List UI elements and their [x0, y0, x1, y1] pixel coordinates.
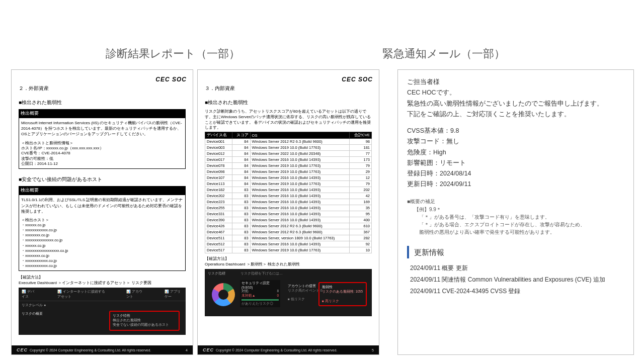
- host-line: ・xxxxxxxxxxxx.co.jp: [21, 263, 183, 268]
- table-row: Device20283Windows Server 2016 10.0 (Bui…: [205, 193, 372, 199]
- dash-tab[interactable]: 📊 インターネットに接続するアセット: [57, 289, 106, 299]
- brand-logo: CEC SOC: [342, 76, 373, 83]
- mail-upd: 更新日時：2024/09/11: [407, 179, 624, 190]
- table-row: Device11384Windows Server 2019 10.0 (Bui…: [205, 181, 372, 187]
- donut-chart: [212, 283, 235, 306]
- d2-r1b: 未対処▲: [242, 294, 255, 298]
- mail-greet1: ご担当者様: [407, 77, 624, 87]
- table-row: Device10784Windows Server 2016 10.0 (Bui…: [205, 175, 372, 181]
- meta-line: 公開日：2014-11-12: [21, 161, 183, 166]
- confirm-path: Operations Dashboard ＞脆弱性＞ 検出された脆弱性: [205, 262, 372, 267]
- table-row: Device39083Windows Server 2016 10.0 (Bui…: [205, 217, 372, 223]
- table-row: Device42683Windows Server 2012 R2 6.3 (B…: [205, 223, 372, 229]
- col-header: OS: [250, 132, 349, 139]
- footer-logo: CEC: [17, 347, 28, 352]
- meta-line: 攻撃の可能性：低: [21, 156, 183, 161]
- page-number: 5: [372, 348, 374, 352]
- risk-line: リスク特性: [113, 313, 176, 318]
- subheading-detected-vuln: ■検出された脆弱性: [19, 99, 186, 106]
- table-row: Device33183Windows Server 2016 10.0 (Bui…: [205, 211, 372, 217]
- box1: Microsoft Internet Information Services …: [19, 118, 186, 169]
- col-header: デバイス名: [205, 132, 232, 139]
- mail-supp1: 「＊」がある番号は、「攻撃コード有り」を意味します。: [414, 213, 624, 221]
- table-row: Device00184Windows Server 2012 R2 6.3 (B…: [205, 139, 372, 145]
- footer-copy: Copyright © 2024 Computer Engineering & …: [216, 348, 337, 352]
- table-row: Device18283Windows Server 2016 10.0 (Bui…: [205, 187, 372, 193]
- d2-gate: がありえたリスク◎: [242, 302, 279, 306]
- mail-cvss: CVSS基本値：9.8: [407, 126, 624, 136]
- mail-line1: 緊急性の高い脆弱性情報がございましたのでご報告申し上げます。: [407, 99, 624, 109]
- d2-vuln: 脆弱性: [322, 285, 363, 290]
- alert-mail: ご担当者様 CEC HOCです。 緊急性の高い脆弱性情報がございましたのでご報告…: [397, 69, 634, 355]
- report-page-1: CEC SOC ２．外部資産 ■検出された脆弱性 検出概要 Microsoft …: [11, 69, 193, 355]
- table-row: Device09884Windows Server 2019 10.0 (Bui…: [205, 169, 372, 175]
- meta-line: ホスト名/IP：xxxxxx.co.jp（xxx.xxx.xxx.xxx）: [21, 146, 183, 151]
- risk-line: 検出された脆弱性: [113, 318, 176, 322]
- mail-line2: 下記をご確認の上、ご対応頂くことを推奨いたします。: [407, 109, 624, 120]
- table-row: Device51183Windows Server, version 1809 …: [205, 235, 372, 241]
- subheading-detected-vuln: ■検出された脆弱性: [205, 99, 372, 106]
- d2-vuln2: リスクのある脆弱性: 1055: [322, 290, 363, 294]
- update-line: 2024/09/11 関連情報 Common Vulnerabilities a…: [410, 274, 624, 286]
- host-line: ・xxxxxxxxxxxxxxxxxx.co.jp: [21, 248, 183, 253]
- table-row: Device25583Windows Server 2016 10.0 (Bui…: [205, 205, 372, 211]
- mail-greet2: CEC HOCです。: [407, 87, 624, 98]
- host-line: ・xxxxxxxxxxxxxxx.co.jp: [21, 238, 183, 243]
- d2-hw: ■ 高リスク: [322, 299, 363, 304]
- confirm-label: 【確認方法】: [205, 256, 372, 261]
- dash-tab[interactable]: 📊 アカウント: [126, 289, 144, 299]
- heading-right: 緊急通知メール（一部）: [382, 46, 505, 61]
- dash-tab[interactable]: 📊 アプリケー: [165, 289, 183, 299]
- box1-header: 検出概要: [19, 109, 186, 118]
- box2-header: 検出概要: [19, 186, 186, 195]
- section-title: ２．外部資産: [19, 85, 186, 92]
- confirm-path: Executive Dashboard ＞インターネットに接続するアセット＞ リ…: [19, 281, 186, 286]
- page-footer: CEC Copyright © 2024 Computer Engineerin…: [198, 345, 379, 354]
- mail-reg: 登録日時：2024/08/14: [407, 168, 624, 179]
- page-footer: CEC Copyright © 2024 Computer Engineerin…: [12, 345, 193, 354]
- mail-supp2: 「＊」がある場合、エクスプロイトコードが存在し、攻撃が容易なため、: [414, 221, 624, 228]
- host-line: ・xxxxxxxx.co.jp: [21, 233, 183, 238]
- update-line: 2024/09/11 CVE-2024-43495 CVSS 登録: [410, 286, 624, 297]
- table-row: Device46783Windows Server 2012 R2 6.3 (B…: [205, 229, 372, 235]
- report-page-2: CEC SOC ３．内部資産 ■検出された脆弱性 リスク診断対象のうち、アセット…: [197, 69, 379, 355]
- table-row: Device51283Windows Server 2016 10.0 (Bui…: [205, 241, 372, 247]
- page-number: 4: [186, 348, 188, 352]
- device-table: デバイス名スコアOS合計CVE Device00184Windows Serve…: [205, 132, 372, 253]
- table-row: Device51783Windows Server 2019 10.0 (Bui…: [205, 247, 372, 253]
- meta-line: CVE番号：CVE-2014-4078: [21, 151, 183, 156]
- table-row: Device00384Windows Server 2019 10.0 (Bui…: [205, 145, 372, 151]
- box1-body: Microsoft Internet Information Services …: [21, 120, 183, 137]
- table-row: Device22383Windows Server 2016 10.0 (Bui…: [205, 199, 372, 205]
- d2-sec: セキュリティ設定 (9.8/10): [242, 281, 279, 289]
- footer-copy: Copyright © 2024 Computer Engineering & …: [30, 348, 151, 352]
- brand-logo: CEC SOC: [155, 76, 187, 83]
- heading-left: 診断結果レポート（一部）: [106, 46, 240, 61]
- d2-left: リスク指標: [208, 271, 225, 276]
- mail-supp-ex: 【例】9.9＊: [414, 206, 624, 213]
- col-header: 合計CVE: [349, 132, 371, 139]
- table-row: Device01284Windows Server 2022 10.0 (Bui…: [205, 151, 372, 157]
- dash-tab[interactable]: 📊 デバイス: [22, 289, 37, 299]
- host-line: ・xxxxxx.co.jp: [21, 243, 183, 248]
- dash-sublabel: リスクレベル ●: [19, 301, 186, 309]
- table-row: Device01784Windows Server 2016 10.0 (Bui…: [205, 157, 372, 163]
- mail-code: 攻撃コード：無し: [407, 136, 624, 147]
- mail-risk: 危険度：High: [407, 147, 624, 158]
- mail-scope: 影響範囲：リモート: [407, 158, 624, 168]
- box2: TLS1.0/1.1の利用、およびSSL/TLS 証明書の有効期限経過が確認され…: [19, 195, 186, 271]
- footer-logo: CEC: [203, 347, 214, 352]
- risk-line: 安全でない接続の問題があるホスト: [113, 322, 176, 327]
- host-line: ・xxxxxx.co.jp: [21, 223, 183, 228]
- mail-supp3: 脆弱性の悪用がより高い確率で発生する可能性があります。: [414, 228, 624, 236]
- host-line: ・xxxxxxxxxxxx.co.jp: [21, 228, 183, 233]
- ops-dashboard: リスク指標 リスク指標を下げるには… セキュリティ設定 (9.8/10) 対処8…: [205, 269, 372, 316]
- table-row: Device07884Windows Server 2019 10.0 (Bui…: [205, 163, 372, 169]
- d2-mid: リスク指標を下げるには…: [240, 271, 283, 276]
- d2-acc2: リスク高のイベント 0: [288, 289, 322, 293]
- d2-acc: アカウントの侵害: [288, 284, 322, 289]
- host-line: ・xxxxxxxx.co.jp: [21, 253, 183, 258]
- mail-supp-title: ■概要の補足: [407, 197, 624, 206]
- confirm-label: 【確認方法】: [19, 275, 186, 280]
- d2-r1a: 対処: [242, 289, 249, 294]
